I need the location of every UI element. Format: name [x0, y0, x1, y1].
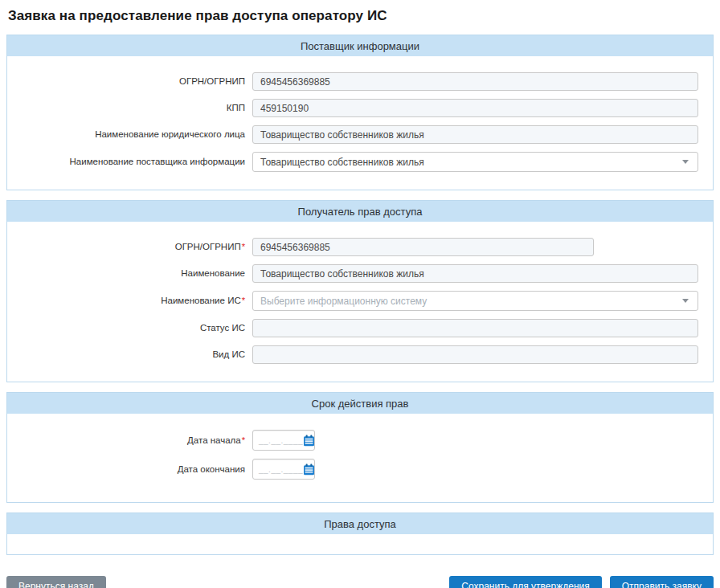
back-button[interactable]: Вернуться назад [6, 576, 106, 588]
required-asterisk: * [242, 242, 245, 251]
recipient-is-kind-label: Вид ИС [7, 349, 252, 360]
section-validity-header: Срок действия прав [7, 393, 713, 414]
section-provider-body: ОГРН/ОГРНИП КПП Наименование юридическог… [7, 56, 713, 190]
section-validity-body: Дата начала* __.__.____ [7, 414, 713, 502]
save-for-approval-button[interactable]: Сохранить для утверждения [449, 576, 601, 588]
is-name-select[interactable]: Выберите информационную систему [252, 291, 698, 311]
provider-kpp-label-text: КПП [227, 103, 245, 112]
section-rights-title: Права доступа [324, 518, 396, 530]
start-date-input[interactable]: __.__.____ [252, 430, 315, 451]
section-rights-body [7, 534, 713, 554]
chevron-down-icon [682, 160, 689, 164]
provider-name-label: Наименование поставщика информации [7, 157, 252, 167]
provider-name-row: Наименование поставщика информации Товар… [7, 152, 698, 172]
end-date-input[interactable]: __.__.____ [252, 459, 315, 480]
provider-legal-name-input [252, 125, 698, 144]
recipient-ogrn-input [252, 238, 594, 256]
provider-name-select[interactable]: Товарищество собственников жилья [252, 152, 698, 172]
recipient-is-status-row: Статус ИС [7, 319, 698, 337]
end-date-placeholder: __.__.____ [259, 465, 303, 474]
provider-ogrn-label: ОГРН/ОГРНИП [7, 76, 252, 87]
recipient-is-kind-row: Вид ИС [7, 345, 698, 364]
calendar-icon[interactable] [303, 463, 315, 476]
end-date-label: Дата окончания [7, 464, 252, 475]
recipient-is-name-label-text: Наименование ИС [161, 296, 241, 305]
provider-ogrn-input [252, 72, 698, 91]
section-provider-header: Поставщик информации [7, 35, 713, 56]
is-name-select-placeholder: Выберите информационную систему [260, 296, 427, 307]
provider-kpp-label: КПП [7, 103, 252, 113]
recipient-is-status-label-text: Статус ИС [200, 323, 245, 333]
required-asterisk: * [242, 435, 245, 445]
provider-legal-name-row: Наименование юридического лица [7, 125, 698, 144]
section-recipient-header: Получатель прав доступа [7, 201, 713, 222]
start-date-row: Дата начала* __.__.____ [7, 430, 698, 451]
provider-kpp-row: КПП [7, 99, 698, 117]
recipient-ogrn-label-text: ОГРН/ОГРНИП [175, 242, 241, 251]
end-date-label-text: Дата окончания [178, 464, 245, 474]
recipient-is-name-label: Наименование ИС* [7, 296, 252, 306]
recipient-is-status-label: Статус ИС [7, 323, 252, 333]
provider-ogrn-row: ОГРН/ОГРНИП [7, 72, 698, 91]
is-kind-input [252, 345, 698, 364]
recipient-is-kind-label-text: Вид ИС [212, 349, 245, 359]
is-status-input [252, 319, 698, 337]
provider-name-select-value: Товарищество собственников жилья [260, 157, 424, 168]
recipient-is-name-row: Наименование ИС* Выберите информационную… [7, 291, 698, 311]
calendar-icon[interactable] [303, 435, 315, 447]
section-provider: Поставщик информации ОГРН/ОГРНИП КПП [6, 35, 714, 190]
page-title: Заявка на предоставление прав доступа оп… [8, 8, 714, 24]
recipient-name-label: Наименование [7, 268, 252, 279]
section-recipient-title: Получатель прав доступа [298, 206, 423, 218]
section-validity-title: Срок действия прав [312, 398, 409, 410]
footer-actions: Вернуться назад Сохранить для утверждени… [6, 576, 714, 588]
recipient-ogrn-label: ОГРН/ОГРНИП* [7, 242, 252, 252]
recipient-name-label-text: Наименование [181, 268, 245, 278]
footer-right-actions: Сохранить для утверждения Отправить заяв… [449, 576, 714, 588]
section-rights-header: Права доступа [7, 513, 713, 534]
required-asterisk: * [242, 296, 245, 305]
provider-name-label-text: Наименование поставщика информации [70, 157, 245, 166]
provider-legal-name-label: Наименование юридического лица [7, 129, 252, 140]
section-recipient-body: ОГРН/ОГРНИП* Наименование Наименование И… [7, 222, 713, 382]
send-application-button[interactable]: Отправить заявку [610, 576, 714, 588]
chevron-down-icon [682, 299, 689, 303]
provider-legal-name-label-text: Наименование юридического лица [95, 129, 245, 139]
end-date-row: Дата окончания __.__.____ [7, 459, 698, 480]
access-rights-application-page: Заявка на предоставление прав доступа оп… [0, 0, 720, 588]
section-recipient: Получатель прав доступа ОГРН/ОГРНИП* Наи… [6, 200, 714, 382]
section-rights: Права доступа [6, 512, 714, 555]
recipient-ogrn-row: ОГРН/ОГРНИП* [7, 238, 698, 256]
recipient-name-row: Наименование [7, 264, 698, 283]
start-date-label-text: Дата начала [187, 435, 241, 445]
start-date-placeholder: __.__.____ [259, 436, 303, 445]
recipient-name-input [252, 264, 698, 283]
provider-kpp-input [252, 99, 698, 117]
provider-ogrn-label-text: ОГРН/ОГРНИП [179, 76, 245, 86]
section-validity: Срок действия прав Дата начала* __.__.__… [6, 392, 714, 503]
section-provider-title: Поставщик информации [301, 40, 419, 52]
start-date-label: Дата начала* [7, 435, 252, 446]
